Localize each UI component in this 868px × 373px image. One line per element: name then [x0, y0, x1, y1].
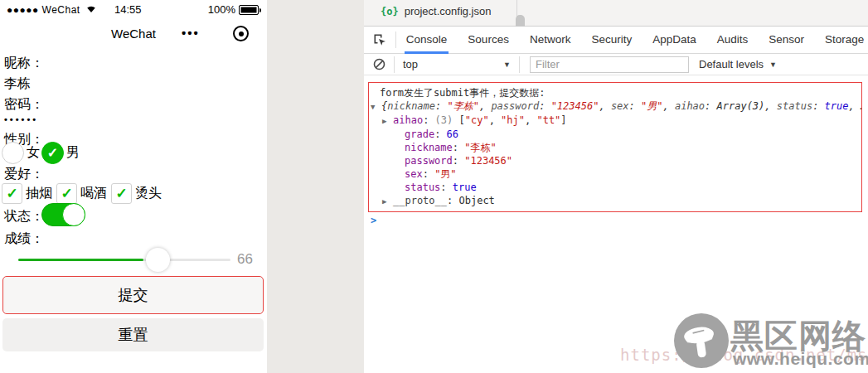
radio-female-label: 女 — [27, 144, 40, 162]
hobby-label: 爱好： — [4, 166, 44, 183]
expand-arrow-icon[interactable]: ▶ — [382, 195, 393, 208]
console-token: true — [825, 100, 849, 112]
console-token: : — [539, 100, 550, 112]
radio-female[interactable] — [2, 142, 24, 164]
console-token: : — [435, 100, 447, 112]
console-token: , — [599, 100, 610, 112]
console-token: aihao — [393, 114, 423, 126]
tab-appdata[interactable]: AppData — [651, 27, 698, 54]
console-token: "李栋" — [464, 142, 496, 153]
reset-button[interactable]: 重置 — [2, 318, 264, 351]
console-token: status — [777, 100, 812, 112]
grade-value: 66 — [237, 251, 253, 268]
nickname-input[interactable]: 李栋 — [4, 75, 31, 93]
clear-console-icon[interactable] — [373, 58, 386, 70]
console-token: 66 — [447, 128, 458, 140]
page-title: WeChat — [0, 27, 267, 41]
console-token: [ — [458, 114, 464, 126]
tab-console[interactable]: Console — [405, 27, 449, 54]
panel-gap — [267, 0, 364, 373]
grade-slider-handle[interactable] — [146, 248, 170, 272]
console-token: : — [423, 114, 434, 126]
console-token: : — [447, 195, 458, 206]
capsule-close-icon[interactable] — [233, 26, 249, 41]
console-token: "cy" — [465, 114, 489, 126]
console-token: : — [453, 142, 464, 153]
check-icon: ✓ — [61, 185, 72, 202]
toolbar-divider — [395, 31, 396, 48]
expand-arrow-icon[interactable]: ▼ — [371, 100, 381, 114]
console-token: , — [662, 100, 674, 112]
console-token: , …} — [848, 100, 861, 112]
log-levels-select[interactable]: Default levels ▼ — [699, 58, 777, 70]
checkbox-smoking-label: 抽烟 — [26, 185, 52, 202]
levels-value: Default levels — [699, 58, 764, 70]
grade-slider-fill — [18, 259, 143, 261]
tab-network[interactable]: Network — [528, 27, 573, 54]
battery-indicator: 100% — [208, 3, 259, 16]
console-token: true — [453, 182, 477, 193]
console-token: "123456" — [464, 155, 512, 167]
checkbox-perm-label: 烫头 — [135, 185, 162, 202]
console-token: grade — [405, 128, 434, 140]
console-filter-bar: top ▼ Default levels ▼ — [364, 54, 868, 75]
inspect-element-icon[interactable] — [372, 32, 387, 47]
console-token: : — [440, 182, 452, 193]
tab-storage[interactable]: Storage — [823, 27, 866, 54]
grade-label: 成绩： — [4, 230, 44, 248]
console-token: (3) — [435, 114, 459, 126]
console-token: "hj" — [501, 114, 525, 126]
console-token: , — [764, 100, 776, 112]
battery-icon — [239, 5, 259, 15]
devtools-toolbar: Console Sources Network Security AppData… — [364, 27, 868, 54]
console-token: aihao — [675, 100, 705, 112]
status-switch[interactable] — [41, 203, 85, 226]
execution-context-select[interactable]: top ▼ — [403, 58, 511, 70]
console-token: : — [629, 100, 641, 112]
checkbox-smoking[interactable]: ✓ — [2, 183, 22, 204]
chevron-down-icon: ▼ — [503, 61, 511, 69]
console-token: : — [705, 100, 716, 112]
check-icon: ✓ — [47, 145, 58, 161]
console-line: ▶aihao: (3) ["cy", "hj", "tt"] — [364, 114, 861, 128]
checkbox-drinking[interactable]: ✓ — [56, 183, 77, 204]
password-label: 密码： — [4, 96, 44, 114]
screenshot-stage: ●●●●● WeChat 14:55 100% WeChat ••• 昵称： 李… — [0, 0, 868, 373]
tab-sensor[interactable]: Sensor — [767, 27, 806, 54]
console-token: password — [405, 155, 453, 167]
filter-input[interactable] — [530, 56, 689, 73]
expand-arrow-icon[interactable]: ▶ — [382, 114, 393, 128]
console-token: "123456" — [551, 100, 599, 112]
password-input[interactable]: •••••• — [4, 114, 38, 124]
console-token: "李栋" — [447, 100, 478, 112]
console-token: , — [479, 100, 491, 112]
devtools-tabs: Console Sources Network Security AppData… — [405, 27, 868, 54]
menu-dots-icon[interactable]: ••• — [182, 26, 200, 40]
context-value: top — [403, 58, 418, 70]
console-token: , — [525, 114, 536, 126]
switch-knob[interactable] — [62, 203, 85, 226]
tab-sources[interactable]: Sources — [466, 27, 511, 54]
radio-male[interactable]: ✓ — [41, 142, 64, 164]
check-icon: ✓ — [6, 185, 17, 202]
checkbox-perm[interactable]: ✓ — [111, 183, 132, 204]
console-token: sex — [611, 100, 629, 112]
tab-security[interactable]: Security — [589, 27, 633, 54]
chevron-down-icon: ▼ — [769, 61, 777, 69]
file-tab-project-config[interactable]: {o} project.config.json — [381, 5, 491, 17]
json-file-icon: {o} — [381, 6, 399, 17]
console-token: Object — [458, 195, 494, 206]
console-line: nickname: "李栋" — [364, 141, 861, 154]
console-token: "tt" — [536, 114, 560, 126]
editor-tab-strip: {o} project.config.json — [364, 0, 868, 27]
console-prompt[interactable]: > — [371, 215, 376, 226]
tab-audits[interactable]: Audits — [715, 27, 750, 54]
console-token: : — [423, 168, 434, 180]
submit-button[interactable]: 提交 — [2, 276, 264, 314]
console-token: password — [491, 100, 539, 112]
console-token: : — [812, 100, 824, 112]
mushroom-logo-icon — [674, 313, 729, 368]
console-token: __proto__ — [393, 195, 447, 206]
carrier-label: ●●●●● WeChat — [7, 4, 80, 16]
console-line: password: "123456" — [364, 154, 861, 167]
